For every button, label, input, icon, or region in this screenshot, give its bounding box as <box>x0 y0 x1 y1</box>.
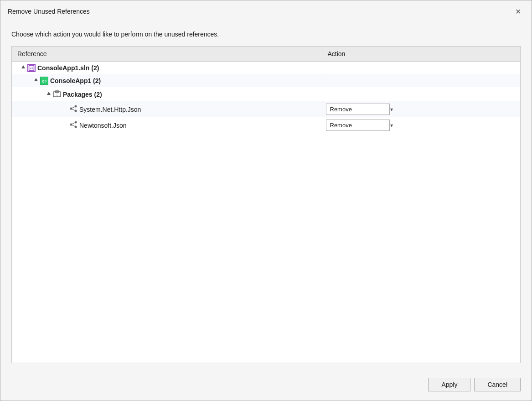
ref-icon <box>69 120 77 130</box>
leaf-label: Newtonsoft.Json <box>79 122 127 129</box>
action-select-wrapper: RemoveKeep <box>326 120 397 131</box>
svg-line-18 <box>72 123 75 124</box>
empty-cell <box>413 101 520 117</box>
tree-table-wrapper: Reference Action VSConsoleApp1.sln (2)C#… <box>11 46 521 363</box>
svg-point-10 <box>70 108 72 110</box>
svg-point-11 <box>75 105 77 108</box>
action-select-ref1[interactable]: RemoveKeep <box>326 104 390 115</box>
csharp-icon: C# <box>40 77 48 85</box>
action-cell <box>322 62 413 75</box>
action-select-wrapper: RemoveKeep <box>326 104 397 115</box>
expand-arrow[interactable] <box>19 65 26 71</box>
expand-arrow[interactable] <box>32 78 38 84</box>
table-row: Newtonsoft.JsonRemoveKeep <box>12 117 520 133</box>
sln-icon: VS <box>27 64 36 72</box>
svg-line-13 <box>72 107 75 108</box>
expand-arrow[interactable] <box>45 91 51 98</box>
svg-line-19 <box>72 125 75 126</box>
action-cell <box>322 87 413 101</box>
svg-marker-3 <box>34 78 38 81</box>
node-label: ConsoleApp1 (2) <box>50 77 101 84</box>
svg-marker-0 <box>21 65 25 68</box>
close-button[interactable]: ✕ <box>511 5 524 18</box>
svg-text:VS: VS <box>30 67 33 70</box>
svg-line-14 <box>72 109 75 110</box>
dialog-title: Remove Unused References <box>8 8 90 15</box>
ref-icon <box>69 104 77 114</box>
action-cell <box>322 74 413 87</box>
action-cell: RemoveKeep <box>322 101 413 117</box>
column-header-action: Action <box>322 47 413 62</box>
dialog-footer: Apply Cancel <box>0 370 532 401</box>
leaf-label: System.Net.Http.Json <box>79 106 141 113</box>
table-row: Packages (2) <box>12 87 520 101</box>
table-row: System.Net.Http.JsonRemoveKeep <box>12 101 520 117</box>
svg-text:C#: C# <box>42 79 47 83</box>
column-header-reference: Reference <box>12 47 322 62</box>
title-bar: Remove Unused References ✕ <box>0 0 532 21</box>
empty-cell <box>413 74 520 87</box>
dialog-body: Choose which action you would like to pe… <box>0 21 532 370</box>
table-header-row: Reference Action <box>12 47 520 62</box>
packages-icon <box>53 89 61 99</box>
svg-point-17 <box>75 126 77 128</box>
action-select-ref2[interactable]: RemoveKeep <box>326 120 390 131</box>
svg-point-12 <box>75 110 77 112</box>
svg-marker-6 <box>47 92 51 95</box>
action-cell: RemoveKeep <box>322 117 413 133</box>
dialog-description: Choose which action you would like to pe… <box>11 31 521 38</box>
column-header-empty <box>413 47 520 62</box>
cancel-button[interactable]: Cancel <box>474 378 521 391</box>
node-label: Packages (2) <box>63 91 102 98</box>
node-label: ConsoleApp1.sln (2) <box>37 64 99 72</box>
empty-cell <box>413 87 520 101</box>
apply-button[interactable]: Apply <box>428 378 470 391</box>
empty-cell <box>413 62 520 75</box>
empty-cell <box>413 117 520 133</box>
svg-point-15 <box>70 124 72 126</box>
svg-point-16 <box>75 121 77 124</box>
table-row: VSConsoleApp1.sln (2) <box>12 62 520 75</box>
references-table: Reference Action VSConsoleApp1.sln (2)C#… <box>12 47 520 133</box>
table-row: C#ConsoleApp1 (2) <box>12 74 520 87</box>
remove-unused-references-dialog: Remove Unused References ✕ Choose which … <box>0 0 532 401</box>
